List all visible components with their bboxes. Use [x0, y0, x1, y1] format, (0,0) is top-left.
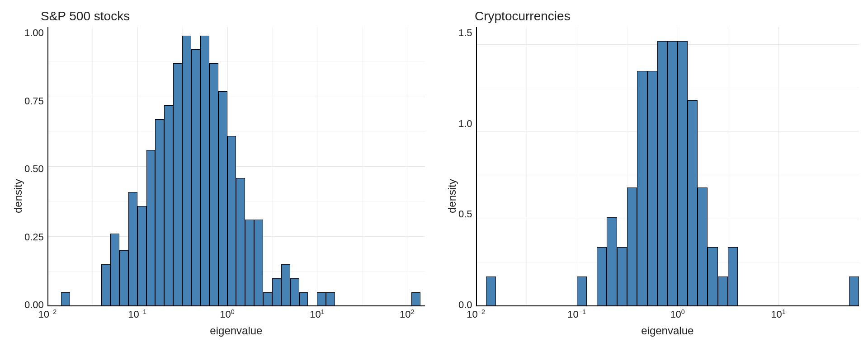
x-tick-label: 100 — [220, 308, 234, 320]
histogram-bar — [281, 264, 290, 306]
histogram-bar — [61, 292, 70, 306]
histogram-bar — [155, 119, 164, 306]
histogram-bar — [667, 41, 677, 306]
histogram-bar — [164, 105, 173, 306]
x-tick-label: 10−2 — [467, 308, 485, 320]
y-tick-label: 1.5 — [458, 27, 472, 39]
histogram-bar — [678, 41, 688, 306]
x-axis-label: eigenvalue — [476, 324, 859, 338]
histogram-bar — [617, 247, 627, 306]
histogram-bar — [245, 220, 254, 306]
histogram-bar — [209, 63, 218, 306]
histogram-bar — [146, 150, 156, 306]
y-ticks-0: 1.000.750.500.250.00 — [24, 27, 47, 338]
bars-layer — [47, 27, 425, 306]
plot-col: 10−210−1100101102 eigenvalue — [47, 27, 425, 338]
histogram-bar — [254, 220, 263, 306]
histogram-bar — [110, 234, 119, 306]
histogram-bar — [173, 63, 182, 306]
chart-title: S&P 500 stocks — [41, 9, 425, 23]
x-tick-label: 10−1 — [128, 308, 146, 320]
y-axis-label: density — [443, 27, 458, 338]
y-tick-label: 0.50 — [24, 163, 44, 175]
histogram-bar — [128, 192, 137, 306]
histogram-bar — [708, 247, 717, 306]
histogram-bar — [227, 136, 236, 306]
y-tick-label: 1.0 — [458, 118, 472, 130]
histogram-bar — [849, 277, 859, 306]
x-tick-label: 101 — [771, 308, 785, 320]
y-axis-line — [476, 27, 477, 306]
histogram-bar — [411, 292, 420, 306]
x-axis-label: eigenvalue — [47, 324, 425, 338]
histogram-bar — [637, 71, 647, 306]
histogram-bar — [272, 278, 281, 306]
x-ticks: 10−210−1100101 — [476, 306, 859, 324]
x-tick-label: 102 — [400, 308, 414, 320]
histogram-bar — [137, 206, 146, 306]
histogram-bar — [486, 277, 496, 306]
histogram-bar — [728, 247, 738, 306]
y-tick-label: 0.75 — [24, 95, 44, 107]
plot-area — [476, 27, 859, 306]
histogram-bar — [607, 217, 617, 306]
charts-container: S&P 500 stocks density 1.000.750.500.250… — [9, 9, 859, 338]
y-tick-label: 1.00 — [24, 27, 44, 39]
x-tick-label: 10−1 — [567, 308, 586, 320]
bars-layer — [476, 27, 859, 306]
histogram-bar — [218, 91, 227, 306]
x-tick-label: 100 — [670, 308, 684, 320]
y-tick-label: 0.5 — [458, 208, 472, 220]
histogram-bar — [317, 292, 326, 306]
chart-crypto: Cryptocurrencies density 1.51.00.50.0 10… — [443, 9, 859, 338]
histogram-bar — [718, 277, 728, 306]
histogram-bar — [627, 188, 637, 306]
chart-sp500: S&P 500 stocks density 1.000.750.500.250… — [9, 9, 425, 338]
histogram-bar — [698, 188, 708, 306]
y-tick-label: 0.25 — [24, 231, 44, 243]
histogram-bar — [101, 264, 110, 306]
histogram-bar — [200, 36, 209, 306]
histogram-bar — [290, 278, 299, 306]
x-tick-label: 10−2 — [38, 308, 57, 320]
histogram-bar — [326, 292, 335, 306]
chart-title: Cryptocurrencies — [475, 9, 859, 23]
histogram-bar — [299, 292, 308, 306]
y-axis-line — [47, 27, 48, 306]
histogram-bar — [597, 247, 607, 306]
plot-wrap: density 1.51.00.50.0 10−210−1100101 eige… — [443, 27, 859, 338]
plot-area — [47, 27, 425, 306]
x-ticks: 10−210−1100101102 — [47, 306, 425, 324]
histogram-bar — [182, 36, 191, 306]
histogram-bar — [657, 41, 667, 306]
y-ticks-1: 1.51.00.50.0 — [458, 27, 476, 338]
x-tick-label: 101 — [310, 308, 324, 320]
histogram-bar — [236, 178, 245, 306]
y-axis-label: density — [9, 27, 24, 338]
histogram-bar — [119, 250, 128, 306]
histogram-bar — [647, 71, 657, 306]
histogram-bar — [263, 292, 272, 306]
histogram-bar — [191, 49, 200, 306]
histogram-bar — [688, 100, 698, 306]
plot-wrap: density 1.000.750.500.250.00 10−210−1100… — [9, 27, 425, 338]
histogram-bar — [577, 277, 587, 306]
plot-col: 10−210−1100101 eigenvalue — [476, 27, 859, 338]
